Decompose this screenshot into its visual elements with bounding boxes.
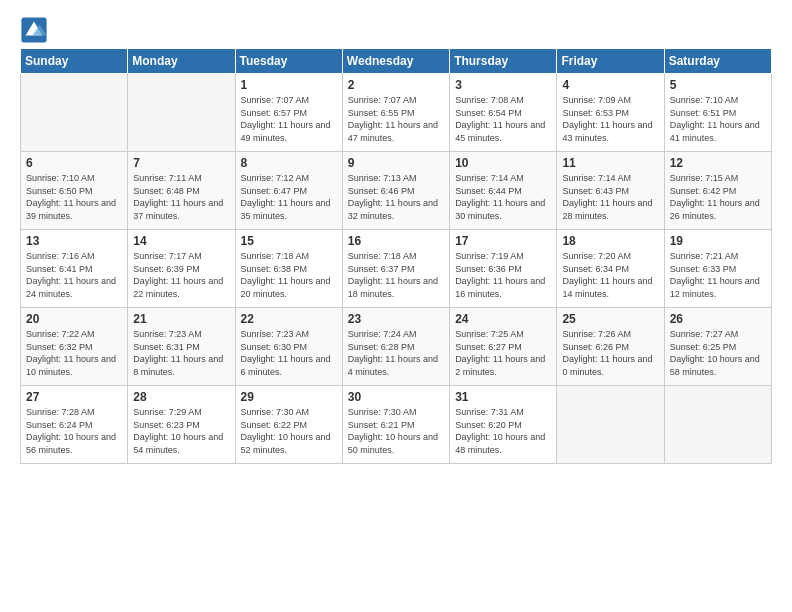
day-number: 12 [670, 156, 766, 170]
day-number: 9 [348, 156, 444, 170]
day-number: 11 [562, 156, 658, 170]
page-header [20, 16, 772, 44]
column-header-wednesday: Wednesday [342, 49, 449, 74]
calendar-cell: 19Sunrise: 7:21 AM Sunset: 6:33 PM Dayli… [664, 230, 771, 308]
day-number: 31 [455, 390, 551, 404]
week-row-1: 1Sunrise: 7:07 AM Sunset: 6:57 PM Daylig… [21, 74, 772, 152]
header-row: SundayMondayTuesdayWednesdayThursdayFrid… [21, 49, 772, 74]
day-number: 26 [670, 312, 766, 326]
day-info: Sunrise: 7:23 AM Sunset: 6:30 PM Dayligh… [241, 328, 337, 378]
calendar-cell [664, 386, 771, 464]
day-number: 5 [670, 78, 766, 92]
day-info: Sunrise: 7:14 AM Sunset: 6:44 PM Dayligh… [455, 172, 551, 222]
day-info: Sunrise: 7:10 AM Sunset: 6:51 PM Dayligh… [670, 94, 766, 144]
calendar-cell: 11Sunrise: 7:14 AM Sunset: 6:43 PM Dayli… [557, 152, 664, 230]
calendar-cell: 21Sunrise: 7:23 AM Sunset: 6:31 PM Dayli… [128, 308, 235, 386]
week-row-3: 13Sunrise: 7:16 AM Sunset: 6:41 PM Dayli… [21, 230, 772, 308]
day-number: 4 [562, 78, 658, 92]
day-info: Sunrise: 7:12 AM Sunset: 6:47 PM Dayligh… [241, 172, 337, 222]
day-info: Sunrise: 7:30 AM Sunset: 6:22 PM Dayligh… [241, 406, 337, 456]
day-number: 24 [455, 312, 551, 326]
day-info: Sunrise: 7:08 AM Sunset: 6:54 PM Dayligh… [455, 94, 551, 144]
calendar-cell [557, 386, 664, 464]
day-info: Sunrise: 7:19 AM Sunset: 6:36 PM Dayligh… [455, 250, 551, 300]
week-row-5: 27Sunrise: 7:28 AM Sunset: 6:24 PM Dayli… [21, 386, 772, 464]
calendar-cell: 30Sunrise: 7:30 AM Sunset: 6:21 PM Dayli… [342, 386, 449, 464]
calendar-cell: 27Sunrise: 7:28 AM Sunset: 6:24 PM Dayli… [21, 386, 128, 464]
column-header-monday: Monday [128, 49, 235, 74]
day-info: Sunrise: 7:18 AM Sunset: 6:37 PM Dayligh… [348, 250, 444, 300]
day-info: Sunrise: 7:29 AM Sunset: 6:23 PM Dayligh… [133, 406, 229, 456]
day-info: Sunrise: 7:10 AM Sunset: 6:50 PM Dayligh… [26, 172, 122, 222]
day-number: 1 [241, 78, 337, 92]
column-header-tuesday: Tuesday [235, 49, 342, 74]
calendar-cell: 7Sunrise: 7:11 AM Sunset: 6:48 PM Daylig… [128, 152, 235, 230]
calendar-cell: 10Sunrise: 7:14 AM Sunset: 6:44 PM Dayli… [450, 152, 557, 230]
day-info: Sunrise: 7:27 AM Sunset: 6:25 PM Dayligh… [670, 328, 766, 378]
calendar-cell: 20Sunrise: 7:22 AM Sunset: 6:32 PM Dayli… [21, 308, 128, 386]
day-number: 3 [455, 78, 551, 92]
calendar-cell: 28Sunrise: 7:29 AM Sunset: 6:23 PM Dayli… [128, 386, 235, 464]
day-info: Sunrise: 7:24 AM Sunset: 6:28 PM Dayligh… [348, 328, 444, 378]
calendar-cell: 17Sunrise: 7:19 AM Sunset: 6:36 PM Dayli… [450, 230, 557, 308]
day-number: 13 [26, 234, 122, 248]
week-row-4: 20Sunrise: 7:22 AM Sunset: 6:32 PM Dayli… [21, 308, 772, 386]
day-info: Sunrise: 7:16 AM Sunset: 6:41 PM Dayligh… [26, 250, 122, 300]
day-number: 28 [133, 390, 229, 404]
calendar-cell: 14Sunrise: 7:17 AM Sunset: 6:39 PM Dayli… [128, 230, 235, 308]
day-number: 7 [133, 156, 229, 170]
calendar-cell: 1Sunrise: 7:07 AM Sunset: 6:57 PM Daylig… [235, 74, 342, 152]
day-number: 6 [26, 156, 122, 170]
day-number: 10 [455, 156, 551, 170]
day-info: Sunrise: 7:13 AM Sunset: 6:46 PM Dayligh… [348, 172, 444, 222]
day-number: 30 [348, 390, 444, 404]
day-info: Sunrise: 7:26 AM Sunset: 6:26 PM Dayligh… [562, 328, 658, 378]
calendar-cell: 6Sunrise: 7:10 AM Sunset: 6:50 PM Daylig… [21, 152, 128, 230]
column-header-sunday: Sunday [21, 49, 128, 74]
calendar-cell: 24Sunrise: 7:25 AM Sunset: 6:27 PM Dayli… [450, 308, 557, 386]
calendar-cell: 5Sunrise: 7:10 AM Sunset: 6:51 PM Daylig… [664, 74, 771, 152]
calendar-cell: 2Sunrise: 7:07 AM Sunset: 6:55 PM Daylig… [342, 74, 449, 152]
day-info: Sunrise: 7:15 AM Sunset: 6:42 PM Dayligh… [670, 172, 766, 222]
day-info: Sunrise: 7:07 AM Sunset: 6:55 PM Dayligh… [348, 94, 444, 144]
calendar-cell: 4Sunrise: 7:09 AM Sunset: 6:53 PM Daylig… [557, 74, 664, 152]
day-info: Sunrise: 7:11 AM Sunset: 6:48 PM Dayligh… [133, 172, 229, 222]
calendar-cell: 3Sunrise: 7:08 AM Sunset: 6:54 PM Daylig… [450, 74, 557, 152]
day-number: 25 [562, 312, 658, 326]
day-number: 16 [348, 234, 444, 248]
logo-icon [20, 16, 48, 44]
column-header-thursday: Thursday [450, 49, 557, 74]
day-info: Sunrise: 7:14 AM Sunset: 6:43 PM Dayligh… [562, 172, 658, 222]
calendar-cell: 15Sunrise: 7:18 AM Sunset: 6:38 PM Dayli… [235, 230, 342, 308]
day-number: 27 [26, 390, 122, 404]
day-number: 21 [133, 312, 229, 326]
day-info: Sunrise: 7:30 AM Sunset: 6:21 PM Dayligh… [348, 406, 444, 456]
calendar-cell: 26Sunrise: 7:27 AM Sunset: 6:25 PM Dayli… [664, 308, 771, 386]
calendar-cell: 8Sunrise: 7:12 AM Sunset: 6:47 PM Daylig… [235, 152, 342, 230]
calendar-cell: 16Sunrise: 7:18 AM Sunset: 6:37 PM Dayli… [342, 230, 449, 308]
day-number: 17 [455, 234, 551, 248]
day-info: Sunrise: 7:18 AM Sunset: 6:38 PM Dayligh… [241, 250, 337, 300]
day-info: Sunrise: 7:22 AM Sunset: 6:32 PM Dayligh… [26, 328, 122, 378]
calendar-cell: 13Sunrise: 7:16 AM Sunset: 6:41 PM Dayli… [21, 230, 128, 308]
day-info: Sunrise: 7:20 AM Sunset: 6:34 PM Dayligh… [562, 250, 658, 300]
day-number: 15 [241, 234, 337, 248]
column-header-saturday: Saturday [664, 49, 771, 74]
day-number: 2 [348, 78, 444, 92]
day-number: 23 [348, 312, 444, 326]
day-info: Sunrise: 7:25 AM Sunset: 6:27 PM Dayligh… [455, 328, 551, 378]
calendar-cell: 18Sunrise: 7:20 AM Sunset: 6:34 PM Dayli… [557, 230, 664, 308]
calendar-cell: 9Sunrise: 7:13 AM Sunset: 6:46 PM Daylig… [342, 152, 449, 230]
calendar-cell: 29Sunrise: 7:30 AM Sunset: 6:22 PM Dayli… [235, 386, 342, 464]
day-number: 20 [26, 312, 122, 326]
calendar-cell: 23Sunrise: 7:24 AM Sunset: 6:28 PM Dayli… [342, 308, 449, 386]
day-number: 18 [562, 234, 658, 248]
calendar-cell: 25Sunrise: 7:26 AM Sunset: 6:26 PM Dayli… [557, 308, 664, 386]
calendar-table: SundayMondayTuesdayWednesdayThursdayFrid… [20, 48, 772, 464]
calendar-cell [128, 74, 235, 152]
day-info: Sunrise: 7:31 AM Sunset: 6:20 PM Dayligh… [455, 406, 551, 456]
logo [20, 16, 52, 44]
day-number: 14 [133, 234, 229, 248]
day-info: Sunrise: 7:23 AM Sunset: 6:31 PM Dayligh… [133, 328, 229, 378]
day-info: Sunrise: 7:07 AM Sunset: 6:57 PM Dayligh… [241, 94, 337, 144]
